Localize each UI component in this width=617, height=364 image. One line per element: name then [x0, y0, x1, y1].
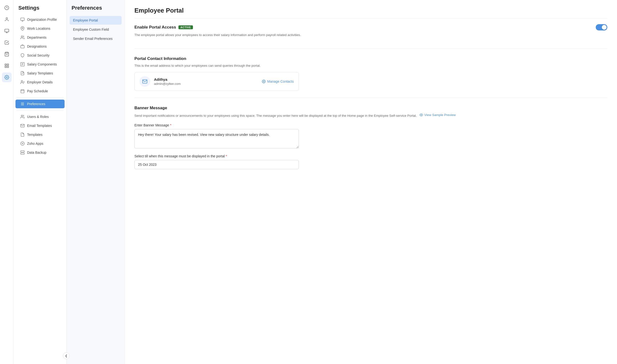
- svg-point-14: [21, 36, 23, 37]
- clock-nav-icon[interactable]: [2, 3, 12, 13]
- icon-bar: [0, 0, 13, 364]
- sidebar-item-salary-components[interactable]: Salary Components: [15, 60, 65, 69]
- contact-email: admin@zylker.com: [154, 82, 258, 86]
- sidebar-label-salary-templates: Salary Templates: [27, 71, 53, 75]
- date-input[interactable]: [134, 160, 299, 169]
- sidebar-item-users-roles[interactable]: Users & Roles: [15, 112, 65, 121]
- sidebar-item-salary-templates[interactable]: Salary Templates: [15, 69, 65, 78]
- sidebar-item-zoho-apps[interactable]: Zoho Apps: [15, 139, 65, 148]
- toggle-track: [596, 24, 607, 30]
- svg-point-1: [6, 18, 8, 19]
- date-field-group: Select till when this message must be di…: [134, 154, 299, 169]
- svg-rect-5: [5, 64, 6, 65]
- envelope-icon: [142, 79, 147, 84]
- collapse-icon: ❮: [65, 354, 67, 357]
- sidebar-divider-1: [16, 97, 64, 98]
- preferences-title: Preferences: [70, 5, 122, 16]
- sidebar-label-departments: Departments: [27, 36, 46, 39]
- sidebar-label-preferences: Preferences: [27, 102, 45, 106]
- pref-nav-sender-email[interactable]: Sender Email Preferences: [70, 34, 122, 43]
- sidebar-label-org-profile: Organization Profile: [27, 18, 57, 22]
- sidebar-label-templates: Templates: [27, 133, 42, 137]
- banner-field-group: Enter Banner Message * Hey there! Your s…: [134, 123, 299, 149]
- svg-rect-35: [21, 151, 25, 152]
- sidebar-label-pay-schedule: Pay Schedule: [27, 89, 48, 93]
- banner-message-section: Banner Message Send important notificati…: [134, 106, 607, 176]
- banner-message-desc: Send important notifications or announce…: [134, 112, 607, 118]
- manage-contacts-button[interactable]: Manage Contacts: [262, 79, 294, 83]
- contact-card: Adithya admin@zylker.com Manage Contacts: [134, 72, 299, 91]
- view-preview-label: View Sample Preview: [424, 112, 456, 118]
- date-field-label: Select till when this message must be di…: [134, 154, 299, 158]
- banner-message-title: Banner Message: [134, 106, 607, 110]
- sidebar-item-org-profile[interactable]: Organization Profile: [15, 15, 65, 24]
- svg-rect-2: [5, 29, 9, 32]
- svg-rect-24: [21, 90, 24, 93]
- chart-nav-icon[interactable]: [2, 61, 12, 71]
- svg-point-31: [21, 115, 23, 117]
- svg-point-21: [21, 80, 23, 82]
- preferences-sidebar: Preferences Employee Portal Employee Cus…: [67, 0, 125, 364]
- sidebar-item-email-templates[interactable]: Email Templates: [15, 121, 65, 130]
- svg-rect-10: [21, 18, 25, 21]
- banner-message-textarea[interactable]: Hey there! Your salary has been revised.…: [134, 129, 299, 148]
- sidebar-label-zoho-apps: Zoho Apps: [27, 142, 43, 145]
- svg-rect-6: [7, 64, 8, 65]
- sidebar-label-social-security: Social Security: [27, 53, 50, 57]
- enable-portal-header: Enable Portal Access ACTIVE: [134, 24, 607, 30]
- page-title: Employee Portal: [134, 7, 607, 18]
- banner-field-label: Enter Banner Message *: [134, 123, 299, 127]
- portal-contact-section: Portal Contact Information This is the e…: [134, 56, 607, 98]
- svg-point-39: [263, 81, 264, 82]
- portal-contact-desc: This is the email address to which your …: [134, 63, 607, 68]
- svg-point-9: [6, 77, 7, 78]
- pref-nav-employee-custom-field[interactable]: Employee Custom Field: [70, 25, 122, 34]
- sidebar-divider-2: [16, 110, 64, 110]
- svg-rect-15: [21, 45, 25, 48]
- enable-portal-title-group: Enable Portal Access ACTIVE: [134, 25, 193, 30]
- sidebar-item-data-backup[interactable]: Data Backup: [15, 148, 65, 157]
- check-nav-icon[interactable]: [2, 38, 12, 47]
- sidebar-label-data-backup: Data Backup: [27, 151, 46, 155]
- pref-label-employee-custom-field: Employee Custom Field: [73, 27, 109, 31]
- settings-sidebar: Settings Organization Profile Work Locat…: [13, 0, 67, 364]
- bag-nav-icon[interactable]: [2, 49, 12, 59]
- pref-label-employee-portal: Employee Portal: [73, 18, 98, 22]
- pref-nav-employee-portal[interactable]: Employee Portal: [70, 16, 122, 25]
- eye-icon: [420, 113, 423, 117]
- contact-name: Adithya: [154, 77, 258, 81]
- person-nav-icon[interactable]: [2, 14, 12, 24]
- svg-point-40: [421, 115, 422, 116]
- sidebar-label-users-roles: Users & Roles: [27, 115, 49, 119]
- view-preview-link[interactable]: View Sample Preview: [420, 112, 456, 118]
- sidebar-item-departments[interactable]: Departments: [15, 33, 65, 42]
- sidebar-item-work-locations[interactable]: Work Locations: [15, 24, 65, 33]
- sidebar-item-designations[interactable]: Designations: [15, 42, 65, 51]
- pref-label-sender-email: Sender Email Preferences: [73, 37, 112, 41]
- play-nav-icon[interactable]: [2, 26, 12, 36]
- date-required-star: *: [226, 154, 227, 158]
- manage-contacts-label: Manage Contacts: [267, 79, 294, 83]
- sidebar-item-preferences[interactable]: Preferences: [15, 100, 65, 108]
- settings-title: Settings: [13, 5, 66, 15]
- main-content: Employee Portal Enable Portal Access ACT…: [125, 0, 617, 364]
- portal-contact-title: Portal Contact Information: [134, 56, 607, 61]
- sidebar-label-designations: Designations: [27, 44, 47, 48]
- enable-portal-desc: The employee portal allows your employee…: [134, 32, 607, 38]
- portal-access-toggle[interactable]: [596, 24, 607, 30]
- toggle-thumb: [602, 25, 607, 30]
- sidebar-label-email-templates: Email Templates: [27, 124, 52, 128]
- collapse-sidebar-button[interactable]: ❮: [63, 352, 70, 359]
- svg-rect-36: [21, 153, 25, 155]
- svg-rect-7: [7, 66, 8, 68]
- gear-nav-icon[interactable]: [2, 73, 12, 82]
- enable-portal-title: Enable Portal Access: [134, 25, 176, 30]
- banner-required-star: *: [170, 123, 171, 127]
- active-badge: ACTIVE: [178, 25, 193, 29]
- sidebar-item-pay-schedule[interactable]: Pay Schedule: [15, 87, 65, 95]
- enable-portal-access-section: Enable Portal Access ACTIVE The employee…: [134, 24, 607, 49]
- sidebar-item-templates[interactable]: Templates: [15, 130, 65, 139]
- svg-point-13: [22, 27, 23, 29]
- sidebar-item-social-security[interactable]: Social Security: [15, 51, 65, 60]
- sidebar-item-employer-details[interactable]: Employer Details: [15, 78, 65, 87]
